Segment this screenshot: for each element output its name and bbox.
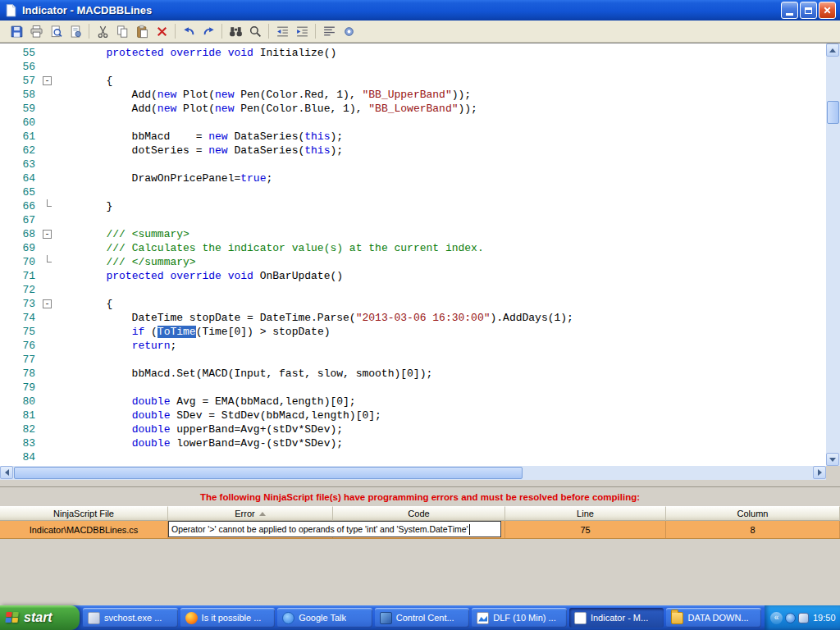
code-line[interactable]: 75 if (ToTime(Time[0]) > stopDate) bbox=[0, 325, 826, 339]
fold-collapse-icon[interactable]: - bbox=[43, 230, 52, 239]
code-line[interactable]: 78 bbMacd.Set(MACD(Input, fast, slow, sm… bbox=[0, 367, 826, 381]
code-text: if (ToTime(Time[0]) > stopDate) bbox=[55, 325, 330, 339]
scroll-up-button[interactable] bbox=[826, 43, 839, 57]
notification-icon[interactable] bbox=[798, 613, 809, 623]
column-header-error[interactable]: Error bbox=[168, 506, 333, 521]
horizontal-scroll-thumb[interactable] bbox=[14, 467, 523, 479]
column-header-file[interactable]: NinjaScript File bbox=[0, 506, 168, 521]
minimize-button[interactable] bbox=[781, 2, 798, 19]
code-line[interactable]: 81 double SDev = StdDev(bbMacd,length)[0… bbox=[0, 409, 826, 422]
taskbar-button[interactable]: Indicator - M... bbox=[569, 608, 664, 628]
taskbar-button-label: Indicator - M... bbox=[591, 613, 648, 623]
outdent-button[interactable] bbox=[272, 22, 292, 40]
column-header-code[interactable]: Code bbox=[333, 506, 505, 521]
toolbar-separator bbox=[175, 24, 176, 39]
horizontal-scrollbar[interactable] bbox=[0, 466, 840, 480]
delete-button[interactable] bbox=[152, 22, 171, 40]
paste-icon bbox=[135, 25, 149, 39]
column-header-label: NinjaScript File bbox=[53, 509, 114, 518]
taskbar-button[interactable]: svchost.exe ... bbox=[83, 608, 178, 628]
print-preview-button[interactable] bbox=[46, 22, 66, 40]
code-line[interactable]: 70 /// </summary> bbox=[0, 255, 826, 269]
code-line[interactable]: 67 bbox=[0, 213, 826, 227]
replace-button[interactable] bbox=[245, 22, 265, 40]
cut-button[interactable] bbox=[93, 22, 112, 40]
maximize-button[interactable] bbox=[800, 2, 817, 19]
code-lines[interactable]: 55 protected override void Initialize()5… bbox=[0, 43, 826, 466]
taskbar-button[interactable]: Is it possible ... bbox=[180, 608, 276, 628]
column-header-label: Line bbox=[577, 509, 594, 518]
code-line[interactable]: 73- { bbox=[0, 297, 826, 311]
code-line[interactable]: 71 protected override void OnBarUpdate() bbox=[0, 269, 826, 283]
code-line[interactable]: 59 Add(new Plot(new Pen(Color.Blue, 1), … bbox=[0, 102, 826, 116]
error-row[interactable]: Indicator\MACDBBLines.cs 75 8 Operator '… bbox=[0, 521, 840, 539]
code-line[interactable]: 72 bbox=[0, 283, 826, 297]
code-line[interactable]: 58 Add(new Plot(new Pen(Color.Red, 1), "… bbox=[0, 88, 826, 102]
undo-button[interactable] bbox=[179, 22, 199, 40]
code-line[interactable]: 63 bbox=[0, 158, 826, 171]
title-bar: Indicator - MACDBBLines bbox=[0, 0, 840, 21]
fold-collapse-icon[interactable]: - bbox=[43, 299, 52, 308]
vertical-scroll-thumb[interactable] bbox=[827, 101, 839, 124]
code-line[interactable]: 77 bbox=[0, 353, 826, 367]
fold-collapse-icon[interactable]: - bbox=[43, 76, 52, 85]
start-button[interactable]: start bbox=[0, 605, 80, 630]
taskbar-button-label: svchost.exe ... bbox=[104, 613, 162, 623]
sort-indicator-icon bbox=[259, 512, 266, 516]
tray-collapse-button[interactable]: « bbox=[770, 612, 783, 624]
format-button[interactable] bbox=[319, 22, 339, 40]
scroll-left-button[interactable] bbox=[0, 466, 13, 479]
folder-icon bbox=[671, 612, 683, 624]
code-line[interactable]: 80 double Avg = EMA(bbMacd,length)[0]; bbox=[0, 395, 826, 409]
line-number: 69 bbox=[0, 241, 41, 255]
redo-button[interactable] bbox=[199, 22, 218, 40]
code-line[interactable]: 83 double lowerBand=Avg-(stDv*SDev); bbox=[0, 436, 826, 450]
taskbar-button[interactable]: DLF (10 Min) ... bbox=[472, 608, 567, 628]
column-header-line[interactable]: Line bbox=[505, 506, 666, 521]
fold-margin bbox=[41, 116, 55, 130]
vertical-scrollbar[interactable] bbox=[826, 43, 840, 466]
taskbar-button[interactable]: DATA DOWN... bbox=[666, 608, 761, 628]
fold-marker-icon[interactable]: - bbox=[41, 74, 55, 88]
code-line[interactable]: 62 dotSeries = new DataSeries(this); bbox=[0, 144, 826, 158]
error-message-box[interactable]: Operator '>' cannot be applied to operan… bbox=[168, 521, 501, 537]
arrow-up-icon bbox=[829, 48, 836, 52]
code-line[interactable]: 84 bbox=[0, 450, 826, 464]
code-line[interactable]: 82 double upperBand=Avg+(stDv*SDev); bbox=[0, 422, 826, 436]
code-line[interactable]: 60 bbox=[0, 116, 826, 130]
compile-button[interactable] bbox=[339, 22, 358, 40]
code-editor[interactable]: 55 protected override void Initialize()5… bbox=[0, 43, 840, 466]
scroll-right-button[interactable] bbox=[813, 466, 826, 479]
fold-marker-icon[interactable]: - bbox=[41, 227, 55, 241]
find-button[interactable] bbox=[226, 22, 245, 40]
print-button[interactable] bbox=[26, 22, 46, 40]
scroll-down-button[interactable] bbox=[826, 453, 839, 466]
fold-marker-icon[interactable]: - bbox=[41, 297, 55, 311]
copy-button[interactable] bbox=[112, 22, 132, 40]
messenger-icon[interactable] bbox=[785, 613, 796, 623]
code-line[interactable]: 69 /// Calculates the indicator value(s)… bbox=[0, 241, 826, 255]
page-properties-button[interactable] bbox=[66, 22, 85, 40]
find-icon bbox=[229, 25, 243, 39]
code-line[interactable]: 66 } bbox=[0, 199, 826, 213]
column-header-label: Column bbox=[737, 509, 769, 518]
taskbar-button[interactable]: Google Talk bbox=[277, 608, 372, 628]
toolbar-separator bbox=[221, 24, 222, 39]
code-line[interactable]: 64 DrawOnPricePanel=true; bbox=[0, 171, 826, 185]
taskbar-button[interactable]: Control Cent... bbox=[375, 608, 470, 628]
column-header-column[interactable]: Column bbox=[666, 506, 840, 521]
code-line[interactable]: 68- /// <summary> bbox=[0, 227, 826, 241]
code-line[interactable]: 65 bbox=[0, 185, 826, 199]
close-button[interactable] bbox=[819, 2, 836, 19]
code-line[interactable]: 57- { bbox=[0, 74, 826, 88]
paste-button[interactable] bbox=[132, 22, 152, 40]
code-line[interactable]: 55 protected override void Initialize() bbox=[0, 46, 826, 60]
indent-button[interactable] bbox=[292, 22, 312, 40]
code-line[interactable]: 74 DateTime stopDate = DateTime.Parse("2… bbox=[0, 311, 826, 325]
code-line[interactable]: 56 bbox=[0, 60, 826, 74]
line-number: 72 bbox=[0, 283, 41, 297]
save-button[interactable] bbox=[7, 22, 26, 40]
code-line[interactable]: 61 bbMacd = new DataSeries(this); bbox=[0, 130, 826, 144]
code-line[interactable]: 76 return; bbox=[0, 339, 826, 353]
code-line[interactable]: 79 bbox=[0, 381, 826, 395]
